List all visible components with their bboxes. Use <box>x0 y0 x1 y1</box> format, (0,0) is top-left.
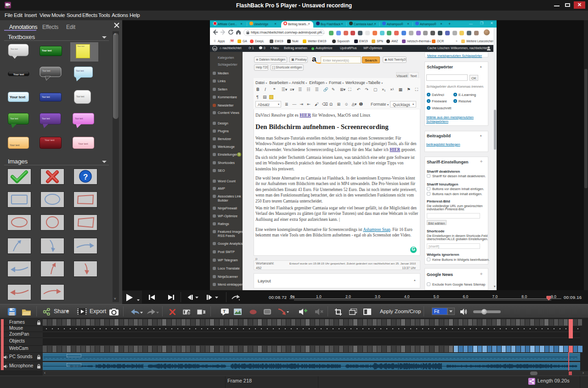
svg-text:Your text: Your text <box>10 118 18 120</box>
svg-text:Your text: Your text <box>45 139 55 141</box>
svg-text:Your text: Your text <box>10 144 20 146</box>
svg-text:T: T <box>223 309 226 314</box>
svg-text:Your text: Your text <box>11 48 18 50</box>
svg-text:Your text: Your text <box>77 45 85 47</box>
svg-text:Your text: Your text <box>76 96 85 98</box>
svg-text:Your text: Your text <box>42 118 50 120</box>
svg-text:Your text: Your text <box>75 118 83 120</box>
svg-text:Your text: Your text <box>42 96 50 98</box>
svg-text:Your text: Your text <box>76 70 84 72</box>
svg-text:Your text: Your text <box>10 95 25 99</box>
svg-text:Your text: Your text <box>42 49 52 52</box>
svg-text:Your text: Your text <box>78 142 88 145</box>
svg-text:Your text: Your text <box>13 73 24 76</box>
svg-text:Your text: Your text <box>42 70 51 72</box>
svg-text:?: ? <box>83 173 88 181</box>
